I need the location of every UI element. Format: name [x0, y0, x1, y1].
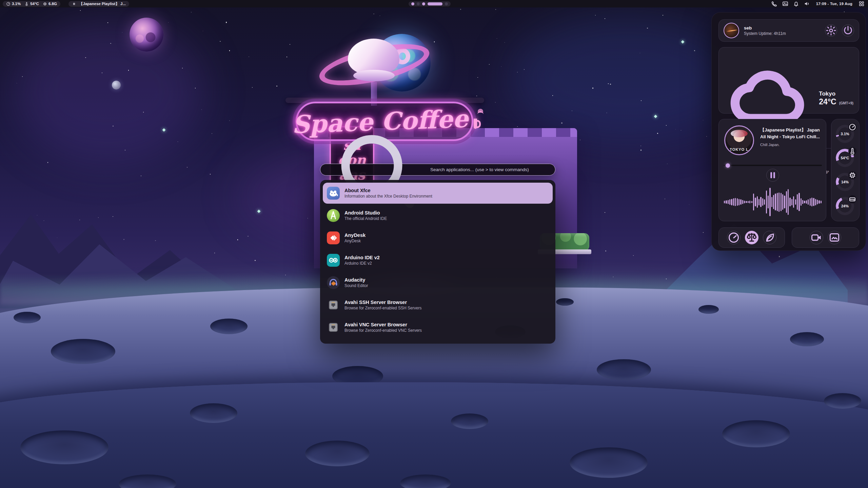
weather-temperature: 24°C [819, 97, 836, 106]
seek-slider[interactable] [724, 163, 822, 167]
pause-button[interactable] [766, 169, 779, 182]
avatar[interactable] [724, 23, 739, 38]
star [706, 136, 707, 137]
star [143, 112, 144, 113]
star [80, 10, 81, 11]
waveform-bar [766, 190, 767, 214]
star [37, 215, 38, 216]
stat-item: 6.8G [43, 2, 57, 6]
stat-value: 3.1% [12, 2, 21, 6]
star [434, 41, 435, 42]
star [497, 38, 497, 39]
album-art[interactable]: TOKYO L [724, 125, 754, 155]
waveform-bar [806, 200, 807, 204]
star [477, 77, 478, 78]
star [595, 15, 596, 16]
seek-thumb[interactable] [726, 163, 730, 168]
app-list-item[interactable]: AnyDesk AnyDesk [323, 227, 553, 248]
speedometer-icon [6, 2, 11, 6]
star [155, 240, 156, 241]
waveform [722, 186, 824, 218]
clock[interactable]: 17:09 - Tue, 19 Aug [813, 2, 855, 6]
scales-icon[interactable] [745, 231, 758, 244]
workspace-dot[interactable] [417, 2, 420, 5]
star [605, 212, 605, 213]
workspace-indicator[interactable] [409, 1, 451, 6]
waveform-bar [749, 201, 750, 203]
crater [305, 441, 370, 466]
waveform-bar [755, 198, 756, 207]
system-stats-pill[interactable]: 3.1% 54°C 6.8G [3, 1, 60, 7]
apps-grid-icon[interactable] [857, 0, 866, 7]
star [640, 146, 641, 146]
workspace-dot[interactable] [422, 2, 425, 5]
star [107, 22, 108, 23]
waveform-bar [771, 197, 772, 207]
search-input[interactable] [430, 167, 550, 172]
star [605, 250, 606, 251]
waveform-bar [793, 196, 794, 208]
capture-group [792, 227, 859, 248]
wallpaper-icon[interactable] [781, 0, 790, 7]
volume-icon[interactable] [803, 0, 811, 7]
system-gauges: 3.1% 54°C 14% 24% [831, 119, 860, 221]
star [113, 126, 113, 126]
screen-icon[interactable] [828, 231, 841, 244]
track-title: 【Japanese Playlist】 Japan All Night - To… [760, 127, 822, 140]
stat-value: 6.8G [48, 2, 57, 6]
star [561, 122, 562, 123]
app-search-bar[interactable] [320, 164, 555, 176]
star [201, 109, 202, 110]
crater [698, 305, 719, 314]
app-list-item[interactable]: Audacity Sound Editor [323, 272, 553, 293]
seek-track[interactable] [724, 165, 822, 166]
media-pill[interactable]: 【Japanese Playlist】 J... [68, 1, 129, 7]
gauge: 3.1% [835, 124, 855, 144]
user-card: seb System Uptime: 4h11m [718, 19, 859, 42]
waveform-bar [791, 199, 792, 205]
star [98, 217, 99, 218]
settings-button[interactable] [825, 24, 837, 37]
star [703, 232, 704, 233]
app-list-item[interactable]: Android Studio The official Android IDE [323, 205, 553, 226]
star [123, 239, 124, 240]
star [178, 141, 178, 142]
app-list-item[interactable]: Arduino IDE v2 Arduino IDE v2 [323, 250, 553, 271]
weather-widget: Tokyo 24°C (GMT+9) Tue 33°/24° [718, 47, 859, 114]
star [210, 174, 211, 175]
pause-icon [72, 2, 76, 6]
power-button[interactable] [842, 24, 854, 37]
crater [824, 393, 861, 409]
waveform-bar [738, 199, 739, 205]
star [191, 12, 191, 12]
app-list-item[interactable]: About Xfce Information about the Xfce De… [323, 183, 553, 204]
workspace-dot[interactable] [411, 2, 414, 5]
waveform-bar [815, 199, 816, 205]
notifications-bell-icon[interactable] [792, 0, 801, 7]
videocam-icon[interactable] [810, 231, 823, 244]
star [203, 31, 203, 31]
waveform-bar [773, 195, 774, 209]
star [641, 100, 642, 101]
waveform-bar [735, 198, 736, 206]
star [501, 66, 501, 67]
star [85, 57, 86, 58]
app-list-item[interactable]: Avahi VNC Server Browser Browse for Zero… [323, 317, 553, 338]
speedometer-icon[interactable] [727, 231, 741, 244]
waveform-bar [813, 198, 814, 206]
star [113, 216, 114, 217]
waveform-bar [798, 193, 800, 211]
app-list-item[interactable]: Avahi SSH Server Browser Browse for Zero… [323, 294, 553, 316]
workspace-dot[interactable] [428, 2, 442, 5]
leaf-icon[interactable] [763, 231, 776, 244]
weather-timezone: (GMT+9) [839, 101, 853, 105]
waveform-bar [764, 199, 765, 204]
waveform-bar [742, 200, 743, 204]
phone-icon[interactable] [770, 0, 779, 7]
app-description: The official Android IDE [344, 216, 387, 221]
star [689, 204, 689, 205]
workspace-dot[interactable] [445, 2, 448, 5]
thermometer-icon [848, 147, 856, 155]
crater [790, 332, 824, 346]
star [373, 14, 374, 14]
